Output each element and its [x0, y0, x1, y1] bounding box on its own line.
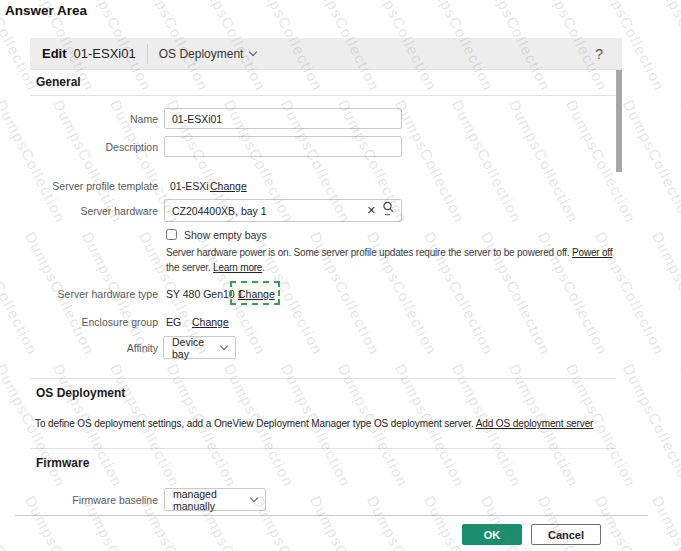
- profile-name-title: 01-ESXi01: [74, 46, 136, 61]
- power-notice-line2: the server.: [166, 262, 211, 273]
- edit-mode-label: Edit: [42, 46, 67, 61]
- server-profile-template-label: Server profile template: [30, 180, 158, 192]
- affinity-label: Affinity: [30, 342, 158, 354]
- chevron-down-icon: [220, 342, 228, 350]
- edit-profile-dialog: Edit 01-ESXi01 OS Deployment ? General N…: [30, 38, 622, 551]
- os-deployment-text: To define OS deployment settings, add a …: [35, 418, 593, 429]
- cancel-button[interactable]: Cancel: [531, 524, 601, 545]
- chevron-down-icon: [250, 494, 258, 502]
- show-empty-bays-checkbox[interactable]: [166, 229, 177, 240]
- section-divider: [30, 378, 616, 379]
- show-empty-bays-label: Show empty bays: [184, 229, 267, 241]
- server-profile-template-value: 01-ESXi: [170, 180, 209, 192]
- description-label: Description: [30, 141, 158, 153]
- dialog-header: Edit 01-ESXi01 OS Deployment ?: [30, 38, 622, 70]
- enclosure-group-label: Enclosure group: [30, 316, 158, 328]
- firmware-baseline-label: Firmware baseline: [30, 494, 158, 506]
- search-icon[interactable]: [382, 201, 395, 220]
- change-enclosure-group-link[interactable]: Change: [192, 316, 229, 328]
- section-general-title: General: [36, 75, 81, 89]
- power-off-link[interactable]: Power off: [572, 247, 612, 258]
- change-template-link[interactable]: Change: [210, 180, 247, 192]
- section-jump-label: OS Deployment: [159, 47, 244, 61]
- firmware-baseline-value: managed manually: [165, 488, 244, 512]
- server-hardware-type-label: Server hardware type: [30, 288, 158, 300]
- learn-more-link[interactable]: Learn more: [213, 262, 262, 273]
- add-os-deployment-server-link[interactable]: Add OS deployment server: [476, 418, 594, 429]
- header-divider: [147, 44, 148, 64]
- name-label: Name: [30, 113, 158, 125]
- server-hardware-input[interactable]: CZ204400XB, bay 1 ✕: [164, 199, 402, 222]
- scrollbar-thumb[interactable]: [616, 70, 622, 172]
- name-input[interactable]: [164, 108, 402, 129]
- power-notice: Server hardware power is on. Some server…: [166, 245, 646, 275]
- server-hardware-label: Server hardware: [30, 205, 158, 217]
- description-input[interactable]: [164, 136, 402, 157]
- chevron-down-icon: [249, 48, 257, 56]
- footer-divider: [15, 515, 648, 516]
- help-icon[interactable]: ?: [595, 46, 603, 62]
- affinity-value: Device bay: [164, 336, 214, 360]
- affinity-select[interactable]: Device bay: [163, 336, 236, 359]
- page-title: Answer Area: [5, 3, 87, 18]
- clear-icon[interactable]: ✕: [363, 204, 380, 217]
- power-notice-line1: Server hardware power is on. Some server…: [166, 247, 569, 258]
- section-jump-menu[interactable]: OS Deployment: [159, 47, 257, 61]
- answer-highlight-box: [230, 281, 280, 305]
- notice-period: .: [262, 262, 265, 273]
- ok-button[interactable]: OK: [462, 524, 522, 545]
- server-hardware-value: CZ204400XB, bay 1: [165, 205, 363, 217]
- enclosure-group-value: EG: [166, 316, 181, 328]
- firmware-baseline-select[interactable]: managed manually: [164, 488, 266, 511]
- section-firmware-title: Firmware: [36, 456, 89, 470]
- os-deployment-sentence: To define OS deployment settings, add a …: [35, 418, 474, 429]
- general-underline: [30, 95, 616, 96]
- section-os-deployment-title: OS Deployment: [36, 386, 125, 400]
- section-divider: [30, 448, 616, 449]
